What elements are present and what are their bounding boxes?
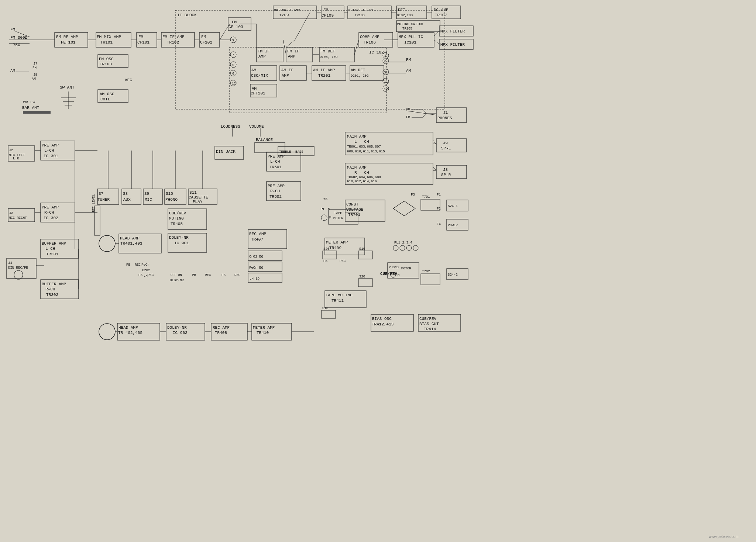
svg-text:R-CH: R-CH	[270, 189, 280, 193]
svg-text:CF109: CF109	[322, 13, 334, 18]
svg-text:TR502: TR502	[269, 194, 282, 199]
svg-text:Cr02: Cr02	[142, 269, 150, 272]
svg-text:PRE AMP: PRE AMP	[268, 154, 285, 159]
svg-text:METER AMP: METER AMP	[253, 325, 275, 330]
svg-text:DIN REC/PB: DIN REC/PB	[8, 266, 28, 270]
svg-text:VOLUME: VOLUME	[249, 124, 264, 129]
svg-text:S7: S7	[99, 191, 103, 196]
svg-text:IC 102: IC 102	[369, 50, 384, 55]
svg-text:IC101: IC101	[404, 40, 416, 45]
svg-text:F2: F2	[437, 207, 441, 211]
svg-text:TR411: TR411	[331, 298, 344, 303]
svg-text:CF-103: CF-103	[228, 25, 243, 29]
svg-text:7: 7	[232, 53, 234, 57]
svg-text:TR104: TR104	[279, 14, 289, 17]
svg-text:BUFFER AMP: BUFFER AMP	[42, 241, 66, 246]
svg-text:L-CH: L-CH	[44, 148, 54, 153]
svg-text:FET101: FET101	[61, 40, 76, 45]
svg-text:TR401,403: TR401,403	[120, 241, 142, 246]
svg-text:MPX FILTER: MPX FILTER	[440, 42, 465, 47]
svg-text:PHONO: PHONO	[165, 197, 178, 202]
svg-text:PB: PB	[138, 273, 142, 277]
svg-text:T701: T701	[422, 195, 430, 199]
svg-text:S9: S9	[144, 191, 149, 196]
svg-text:S24-1: S24-1	[448, 204, 458, 208]
svg-text:D201, 202: D201, 202	[351, 74, 369, 78]
svg-text:FM DET: FM DET	[320, 49, 335, 53]
svg-text:+B: +B	[323, 197, 327, 201]
svg-text:PHONES: PHONES	[437, 116, 452, 120]
svg-text:REC LEVEL: REC LEVEL	[92, 194, 96, 212]
svg-text:CF102: CF102	[200, 40, 212, 45]
svg-text:J2: J2	[9, 149, 13, 152]
svg-text:TR408: TR408	[215, 331, 227, 335]
svg-text:DI02,I03: DI02,I03	[397, 14, 413, 17]
svg-text:FM IF: FM IF	[287, 49, 299, 53]
svg-text:TR410: TR410	[257, 331, 269, 335]
svg-text:R - CH: R - CH	[354, 170, 369, 175]
svg-text:FM RF AMP: FM RF AMP	[56, 35, 78, 39]
svg-text:PB: PB	[126, 263, 130, 267]
svg-text:TR302: TR302	[46, 293, 58, 297]
svg-text:TR105: TR105	[402, 27, 412, 31]
svg-text:SW ANT: SW ANT	[60, 85, 75, 90]
svg-text:FM: FM	[406, 58, 411, 62]
svg-text:POWER: POWER	[448, 224, 458, 227]
svg-text:COIL: COIL	[100, 97, 110, 101]
svg-text:J8: J8	[33, 73, 37, 77]
svg-text:M: M	[398, 273, 399, 277]
svg-text:S16: S16	[322, 307, 328, 310]
svg-text:3: 3	[232, 39, 234, 42]
svg-text:FM OSC: FM OSC	[99, 57, 114, 61]
svg-text:FeCr: FeCr	[141, 263, 150, 267]
svg-text:MAIN AMP: MAIN AMP	[347, 165, 367, 170]
svg-text:BUFFER AMP: BUFFER AMP	[42, 282, 66, 286]
svg-text:TR201: TR201	[318, 73, 330, 78]
svg-text:AM: AM	[32, 77, 36, 81]
svg-text:S19: S19	[359, 247, 365, 251]
svg-text:REC-AMP: REC-AMP	[249, 232, 267, 236]
svg-text:12: 12	[232, 82, 236, 86]
svg-text:S24-2: S24-2	[448, 273, 458, 277]
svg-text:TR501: TR501	[269, 165, 282, 169]
schematic-svg: FM 300Ω 75Ω FM RF AMP FET101 FM MIX AMP …	[0, 0, 756, 542]
svg-text:FM MIX AMP: FM MIX AMP	[97, 35, 121, 39]
svg-text:REC: REC	[135, 263, 141, 267]
svg-text:S8: S8	[123, 191, 128, 196]
svg-text:AMP: AMP	[282, 73, 289, 78]
svg-text:8: 8	[384, 60, 386, 63]
svg-text:CF101: CF101	[137, 40, 150, 45]
svg-text:AM: AM	[252, 86, 257, 91]
svg-text:FM IF: FM IF	[258, 49, 270, 53]
svg-text:FM: FM	[323, 8, 328, 12]
svg-text:PHONO: PHONO	[389, 266, 399, 269]
svg-text:F4: F4	[437, 222, 441, 226]
svg-text:CUE/REV: CUE/REV	[419, 317, 437, 321]
svg-text:TR407: TR407	[251, 237, 263, 242]
svg-text:HEAD AMP: HEAD AMP	[120, 236, 140, 241]
svg-text:FM: FM	[201, 35, 206, 39]
svg-text:DC AMP: DC AMP	[434, 8, 449, 12]
schematic-container: FM 300Ω 75Ω FM RF AMP FET101 FM MIX AMP …	[0, 0, 756, 542]
svg-text:609,610,611,613,615: 609,610,611,613,615	[347, 150, 385, 153]
svg-text:R-CH: R-CH	[45, 287, 55, 291]
svg-text:OSC/MIX: OSC/MIX	[251, 73, 268, 78]
svg-text:REC: REC	[205, 273, 211, 277]
svg-text:PL1,2,3,4: PL1,2,3,4	[394, 241, 412, 245]
svg-text:IF BLOCK: IF BLOCK	[177, 13, 197, 17]
svg-text:PB: PB	[192, 273, 196, 277]
svg-text:DLBY-NR: DLBY-NR	[170, 279, 184, 282]
svg-text:BALANCE: BALANCE	[256, 138, 273, 142]
svg-text:TR701: TR701	[348, 213, 360, 217]
svg-text:MOTOR: MOTOR	[401, 267, 412, 270]
svg-text:PRE AMP: PRE AMP	[42, 143, 59, 148]
svg-text:L-CH: L-CH	[45, 246, 55, 251]
svg-text:REC: REC	[234, 273, 241, 277]
svg-text:J9: J9	[443, 141, 448, 145]
svg-text:MW LW: MW LW	[23, 100, 35, 104]
svg-text:FM IF AMP: FM IF AMP	[162, 35, 185, 39]
svg-text:AM: AM	[406, 69, 411, 73]
svg-text:MOTOR: MOTOR	[333, 217, 344, 220]
svg-text:MPX FILTER: MPX FILTER	[440, 29, 465, 34]
svg-text:TR103: TR103	[100, 62, 112, 66]
